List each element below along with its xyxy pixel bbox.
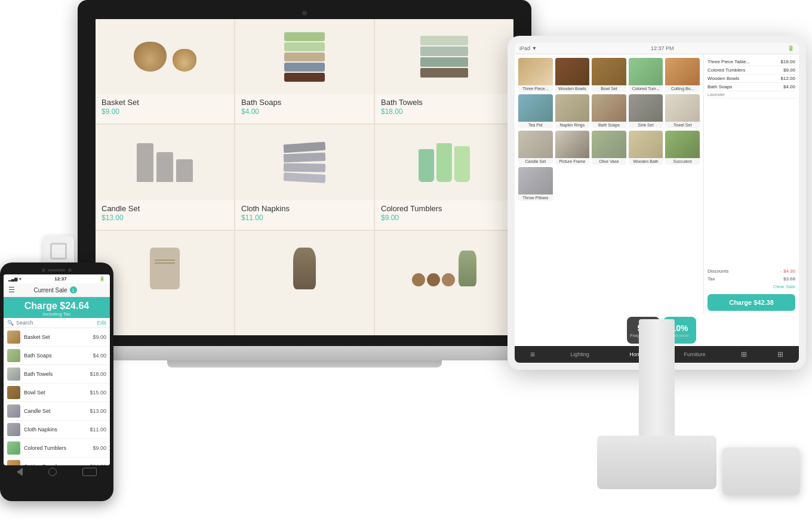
phone-list-item-7[interactable]: Cutting Board $34.00 bbox=[4, 458, 110, 465]
pos-nav-icon-grid2[interactable]: ⊞ bbox=[777, 350, 783, 359]
phone-list-item-3[interactable]: Bowl Set $15.00 bbox=[4, 384, 110, 402]
pos-discounts-row: Discounts - $4.30 bbox=[708, 267, 795, 275]
phone-sale-badge: 1 bbox=[70, 286, 77, 294]
product-cell-candles[interactable]: Candle Set $13.00 bbox=[96, 125, 234, 229]
pos-thumb-11[interactable]: Picture Frame bbox=[555, 131, 590, 165]
product-image-basket bbox=[96, 19, 234, 94]
pos-nav-icon-grid1[interactable]: ⊞ bbox=[741, 350, 747, 359]
product-info-soaps: Bath Soaps $4.00 bbox=[235, 94, 374, 118]
phone-item-price-4: $13.00 bbox=[90, 408, 106, 414]
phone-item-icon-4 bbox=[7, 404, 20, 418]
product-cell-towels[interactable]: Bath Towels $18.00 bbox=[375, 19, 513, 123]
pos-thumb-0[interactable]: Three Piece... bbox=[518, 58, 553, 92]
pos-cart-item-2: Wooden Bowls $12.00 bbox=[708, 75, 795, 83]
phone-item-name-3: Bowl Set bbox=[24, 390, 90, 396]
phone-item-name-5: Cloth Napkins bbox=[24, 427, 90, 433]
pos-nav-lighting[interactable]: Lighting bbox=[565, 350, 594, 359]
pos-thumb-3[interactable]: Colored Tum... bbox=[629, 58, 663, 92]
pos-thumb-1[interactable]: Wooden Bowls bbox=[555, 58, 590, 92]
pos-thumb-label-6: Napkin Rings bbox=[555, 122, 590, 128]
product-cell-vase1[interactable] bbox=[235, 231, 374, 335]
product-info-napkins: Cloth Napkins $11.00 bbox=[235, 200, 374, 224]
phone-edit-link[interactable]: Edit bbox=[97, 320, 106, 326]
cart-item-name-3: Bath Soaps bbox=[708, 84, 783, 89]
phone-item-icon-3 bbox=[7, 386, 20, 399]
pos-thumb-7[interactable]: Bath Soaps bbox=[592, 94, 626, 128]
phone-item-icon-2 bbox=[7, 368, 20, 381]
pos-thumb-9[interactable]: Towel Set bbox=[665, 94, 700, 128]
phone-list-item-6[interactable]: Colored Tumblers $9.00 bbox=[4, 439, 110, 458]
cart-item-name-4: Lavender bbox=[708, 92, 795, 97]
product-cell-soaps[interactable]: Bath Soaps $4.00 bbox=[235, 19, 374, 123]
pos-thumb-15[interactable]: Throw Pillows bbox=[518, 167, 553, 201]
phone-charge-banner[interactable]: Charge $24.64 Including Tax bbox=[4, 297, 110, 318]
phone-item-name-1: Bath Soaps bbox=[24, 353, 93, 359]
pos-products-grid: Three Piece... Wooden Bowls Bowl Set Col… bbox=[515, 54, 703, 314]
cart-item-price-3: $4.00 bbox=[783, 84, 795, 89]
pos-thumb-13[interactable]: Wooden Bath bbox=[629, 131, 663, 165]
pos-nav-furniture[interactable]: Furniture bbox=[679, 350, 710, 359]
pos-stand-base bbox=[597, 436, 716, 489]
cart-spacer bbox=[708, 98, 795, 267]
phone-list-item-4[interactable]: Candle Set $13.00 bbox=[4, 402, 110, 421]
phone-home-button[interactable] bbox=[48, 468, 57, 476]
phone-body: ▂▄▆ ✦ 12:37 🔋 ☰ Current Sale 1 Charge $2… bbox=[0, 262, 113, 501]
product-info-candles: Candle Set $13.00 bbox=[96, 200, 234, 224]
phone-item-price-2: $18.00 bbox=[90, 371, 106, 377]
product-image-napkins bbox=[235, 125, 374, 200]
product-image-candles bbox=[96, 125, 234, 200]
pos-nav-icon-menu[interactable]: ≡ bbox=[530, 350, 535, 359]
pos-thumb-14[interactable]: Succulent bbox=[665, 131, 700, 165]
phone-item-name-4: Candle Set bbox=[24, 408, 90, 414]
pos-thumb-6[interactable]: Napkin Rings bbox=[555, 94, 590, 128]
cart-item-price-0: $18.00 bbox=[781, 59, 795, 64]
phone-status-time: 12:37 bbox=[54, 276, 66, 282]
product-image-tumblers bbox=[375, 125, 513, 200]
pos-clear-sale[interactable]: Clear Sale bbox=[708, 283, 795, 291]
product-cell-misc[interactable] bbox=[375, 231, 513, 335]
pos-thumb-12[interactable]: Olive Vase bbox=[592, 131, 626, 165]
pos-charge-button[interactable]: Charge $42.38 bbox=[708, 294, 795, 311]
phone-item-icon-5 bbox=[7, 423, 20, 436]
pos-thumb-10[interactable]: Candle Set bbox=[518, 131, 553, 165]
phone-speaker bbox=[48, 269, 66, 271]
product-price-towels: $18.00 bbox=[381, 107, 508, 116]
phone-menu-icon[interactable]: ☰ bbox=[8, 286, 15, 294]
phone-search-input[interactable] bbox=[16, 320, 94, 326]
product-cell-napkins[interactable]: Cloth Napkins $11.00 bbox=[235, 125, 374, 229]
phone-list-item-2[interactable]: Bath Towels $18.00 bbox=[4, 365, 110, 384]
product-cell-tumblers[interactable]: Colored Tumblers $9.00 bbox=[375, 125, 513, 229]
product-info-row3col2 bbox=[235, 306, 374, 312]
pos-thumb-2[interactable]: Bowl Set bbox=[592, 58, 626, 92]
phone-list-item-1[interactable]: Bath Soaps $4.00 bbox=[4, 347, 110, 365]
phone-status-bar: ▂▄▆ ✦ 12:37 🔋 bbox=[4, 274, 110, 283]
phone-back-button[interactable] bbox=[17, 468, 23, 476]
phone-recent-button[interactable] bbox=[82, 468, 97, 476]
phone-charge-sub: Including Tax bbox=[6, 311, 107, 317]
phone-item-price-1: $4.00 bbox=[93, 353, 106, 359]
product-name-napkins: Cloth Napkins bbox=[241, 204, 368, 213]
cart-item-name-1: Colored Tumblers bbox=[708, 67, 783, 73]
phone-item-icon-6 bbox=[7, 441, 20, 455]
cart-item-name-0: Three Piece Table... bbox=[708, 59, 781, 64]
phone-item-name-7: Cutting Board bbox=[24, 464, 90, 465]
phone-item-icon-1 bbox=[7, 349, 20, 362]
pos-thumb-4[interactable]: Cutting Bo... bbox=[665, 58, 700, 92]
product-cell-basket[interactable]: Basket Set $9.00 bbox=[96, 19, 234, 123]
product-image-vase1 bbox=[235, 231, 374, 306]
phone-list-item-0[interactable]: Basket Set $9.00 bbox=[4, 328, 110, 347]
product-name-candles: Candle Set bbox=[102, 204, 228, 213]
pos-cart-item-4: Lavender bbox=[708, 91, 795, 98]
pos-thumb-8[interactable]: Sink Set bbox=[629, 94, 663, 128]
product-price-soaps: $4.00 bbox=[241, 107, 368, 116]
pos-thumb-label-13: Wooden Bath bbox=[629, 158, 663, 165]
laptop-base bbox=[54, 346, 555, 360]
pos-thumb-5[interactable]: Tea Pot bbox=[518, 94, 553, 128]
phone-camera bbox=[42, 268, 45, 272]
phone-list-item-5[interactable]: Cloth Napkins $11.00 bbox=[4, 421, 110, 439]
pos-discounts-label: Discounts bbox=[708, 268, 728, 274]
phone-app-header: ☰ Current Sale 1 bbox=[4, 283, 110, 297]
laptop-screen: Basket Set $9.00 bbox=[96, 19, 513, 335]
product-name-tumblers: Colored Tumblers bbox=[381, 204, 508, 213]
phone-item-price-0: $9.00 bbox=[93, 334, 106, 340]
